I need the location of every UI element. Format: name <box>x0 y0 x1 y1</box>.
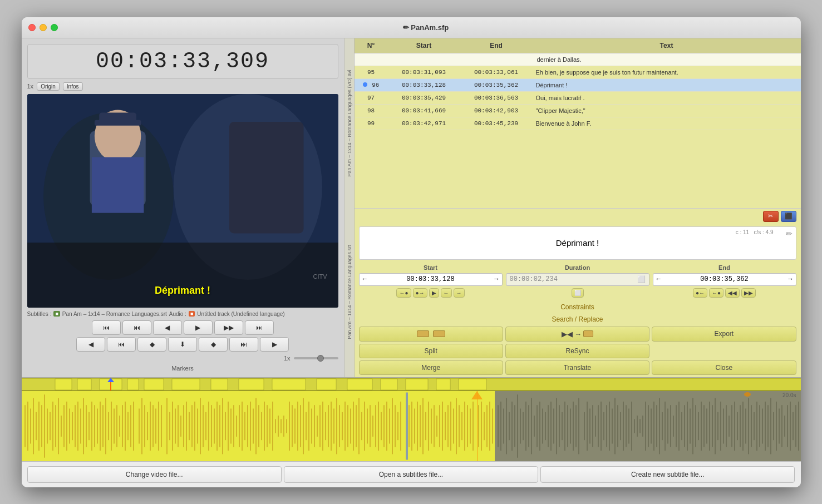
next-subtitle-button[interactable]: ⏭ <box>229 337 258 352</box>
table-row[interactable]: 97 00:03:35,429 00:03:36,563 Oui, mais l… <box>355 92 801 105</box>
svg-rect-242 <box>626 405 627 447</box>
markers-label: Markers <box>27 365 338 372</box>
svg-rect-178 <box>445 412 446 439</box>
svg-rect-116 <box>269 408 270 443</box>
go-to-in-button[interactable]: ⬇ <box>168 337 197 352</box>
minimize-button[interactable] <box>40 24 47 31</box>
end-label: End <box>653 264 796 271</box>
origin-button[interactable]: Origin <box>37 82 60 91</box>
table-row-current[interactable]: 96 00:03:33,128 00:03:35,362 Déprimant ! <box>355 79 801 92</box>
subtitle-bar-btn-2[interactable]: ▶◀ → <box>505 327 649 342</box>
svg-rect-252 <box>653 401 654 450</box>
svg-rect-169 <box>420 405 421 447</box>
subtitle-edit-box[interactable]: Déprimant ! c : 11 c/s : 4.9 ✏ <box>359 226 796 260</box>
start-frame-fwd-button[interactable]: ●→ <box>413 288 427 298</box>
svg-rect-209 <box>531 398 532 454</box>
export-button[interactable]: Export <box>652 327 796 342</box>
split-button[interactable]: Split <box>359 344 503 358</box>
svg-rect-278 <box>726 405 727 447</box>
skip-to-start-button[interactable]: ⏮ <box>92 320 121 335</box>
cell-text-96: Déprimant ! <box>533 81 801 90</box>
svg-rect-286 <box>748 398 749 454</box>
table-content[interactable]: dernier à Dallas. 95 00:03:31,093 00:03:… <box>355 53 801 176</box>
start-fwd-button[interactable]: → <box>454 288 465 298</box>
action-buttons-area: Constraints Search / Replace ▶◀ → <box>355 300 801 377</box>
edit-icon-button-2[interactable]: ⬛ <box>781 211 796 222</box>
table-row[interactable]: 95 00:03:31,093 00:03:33,061 Eh bien, je… <box>355 66 801 79</box>
start-play-button[interactable]: ▶ <box>429 288 439 298</box>
svg-rect-294 <box>770 398 771 454</box>
close-button[interactable] <box>28 24 36 31</box>
rewind-button[interactable]: ◀ <box>153 320 182 335</box>
speed-slider[interactable] <box>294 357 338 359</box>
end-back-button[interactable]: ◀◀ <box>725 288 740 298</box>
open-subtitles-button[interactable]: Open a subtitles file... <box>284 466 538 483</box>
svg-rect-232 <box>598 405 599 447</box>
video-info-bar: 1x Origin Infos <box>27 82 338 91</box>
svg-rect-289 <box>756 401 757 450</box>
subtitle-bar-btn-1[interactable] <box>359 327 503 342</box>
infos-button[interactable]: Infos <box>63 82 83 91</box>
svg-rect-142 <box>342 412 343 439</box>
svg-rect-179 <box>447 405 449 447</box>
start-nav-left[interactable]: ← <box>363 275 367 283</box>
svg-rect-155 <box>378 401 379 450</box>
next-frame-button[interactable]: ▶ <box>260 337 289 352</box>
right-panel: N° Start End Text dernier à Dall <box>355 38 801 377</box>
fullscreen-button[interactable] <box>51 24 58 31</box>
svg-rect-23 <box>406 379 428 390</box>
svg-rect-199 <box>503 408 504 443</box>
subtitle-strip[interactable] <box>22 378 801 391</box>
svg-rect-81 <box>172 401 173 450</box>
svg-rect-9 <box>27 243 338 308</box>
table-row[interactable]: 99 00:03:42,971 00:03:45,239 Bienvenue à… <box>355 117 801 130</box>
search-replace-link[interactable]: Search / Replace <box>359 314 796 324</box>
change-video-button[interactable]: Change video file... <box>27 466 282 483</box>
pre-row[interactable]: dernier à Dallas. <box>355 53 801 66</box>
edit-icons-row: ✂ ⬛ <box>355 209 801 224</box>
duration-expand-button[interactable]: ⬜ <box>572 288 584 298</box>
translate-button[interactable]: Translate <box>505 360 649 375</box>
svg-rect-66 <box>125 401 126 450</box>
svg-rect-8 <box>229 122 303 233</box>
start-back-button[interactable]: ← <box>441 288 452 298</box>
play-button[interactable]: ▶ <box>184 320 213 335</box>
resync-button[interactable]: ReSync <box>505 344 649 358</box>
start-frame-back-button[interactable]: ←● <box>396 288 411 298</box>
close-button[interactable]: Close <box>652 360 796 375</box>
skip-to-end-button[interactable]: ⏭ <box>245 320 274 335</box>
edit-icon-button-1[interactable]: ✂ <box>763 211 779 222</box>
end-nav-left[interactable]: ← <box>657 275 661 283</box>
svg-rect-6 <box>94 120 140 125</box>
prev-subtitle-button[interactable]: ⏮ <box>107 337 136 352</box>
svg-rect-57 <box>100 401 101 450</box>
end-value-box[interactable]: ← 00:03:35,362 → <box>653 273 796 286</box>
end-fwd-button[interactable]: ▶▶ <box>741 288 756 298</box>
start-value-box[interactable]: ← 00:03:33,128 → <box>359 273 503 286</box>
svg-rect-54 <box>91 401 92 450</box>
svg-rect-56 <box>97 408 98 443</box>
mark-out-button[interactable]: ◆ <box>199 337 228 352</box>
merge-button[interactable]: Merge <box>359 360 503 375</box>
table-row[interactable]: 98 00:03:41,669 00:03:42,903 "Clipper Ma… <box>355 105 801 117</box>
prev-frame-button[interactable]: ◀ <box>76 337 105 352</box>
create-subtitle-button[interactable]: Create new subtitle file... <box>540 466 795 483</box>
waveform-area[interactable]: 20.0s <box>22 391 801 461</box>
end-nav-right[interactable]: → <box>788 275 792 283</box>
mark-in-button[interactable]: ◆ <box>137 337 166 352</box>
forward-button[interactable]: ▶▶ <box>214 320 243 335</box>
col-header-num: N° <box>355 41 388 51</box>
svg-rect-215 <box>548 405 549 447</box>
svg-rect-185 <box>464 401 465 450</box>
svg-rect-146 <box>353 401 354 450</box>
rewind-fast-button[interactable]: ⏮ <box>122 320 151 335</box>
start-nav-right[interactable]: → <box>494 275 498 283</box>
end-next-button[interactable]: ←● <box>709 288 723 298</box>
speed-control-dot[interactable] <box>744 392 751 397</box>
duration-value-box: 00:00:02,234 ⬜ <box>506 273 649 286</box>
end-prev-button[interactable]: ●← <box>693 288 707 298</box>
svg-rect-229 <box>589 408 590 443</box>
subtitle-color-tag: ■ <box>53 311 60 317</box>
end-nav-buttons: ●← ←● ◀◀ ▶▶ <box>653 288 796 298</box>
constraints-link[interactable]: Constraints <box>359 302 796 312</box>
